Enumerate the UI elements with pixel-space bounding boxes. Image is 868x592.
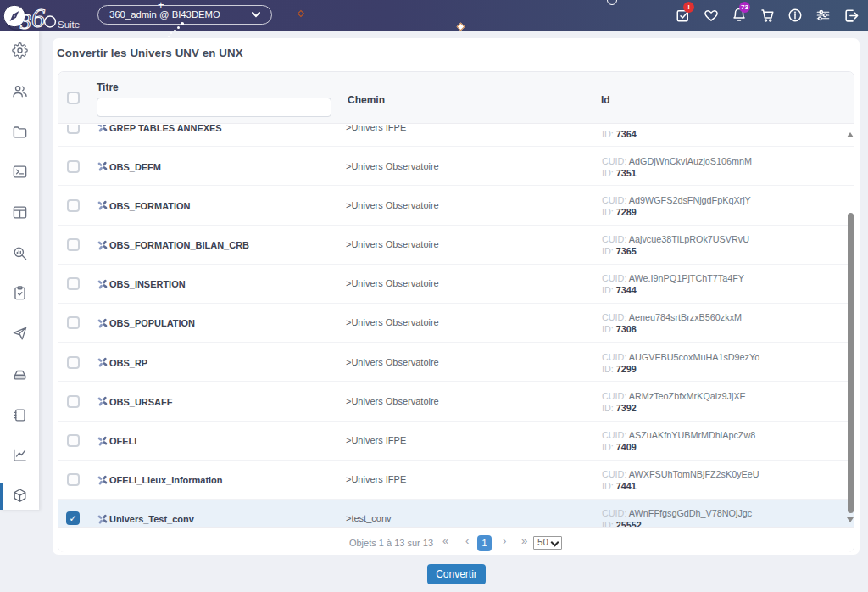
svg-text:3: 3 <box>19 9 31 34</box>
svg-text:6: 6 <box>31 3 45 33</box>
svg-text:Suite: Suite <box>58 20 80 30</box>
